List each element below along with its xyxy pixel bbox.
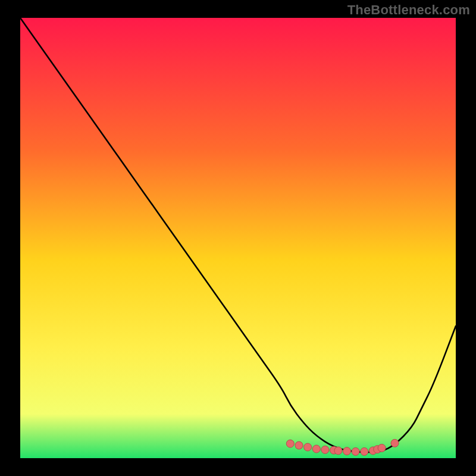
optimal-point <box>321 446 329 453</box>
chart-svg <box>0 0 476 476</box>
optimal-point <box>378 444 386 452</box>
plot-background <box>20 18 456 458</box>
optimal-point <box>352 447 359 455</box>
optimal-point <box>286 440 294 447</box>
optimal-point <box>391 439 399 447</box>
optimal-point <box>304 443 312 451</box>
optimal-point <box>361 447 368 455</box>
chart-frame: TheBottleneck.com <box>0 0 476 476</box>
optimal-point <box>295 441 303 449</box>
optimal-point <box>343 447 351 455</box>
optimal-point <box>334 447 342 455</box>
optimal-point <box>312 445 320 453</box>
